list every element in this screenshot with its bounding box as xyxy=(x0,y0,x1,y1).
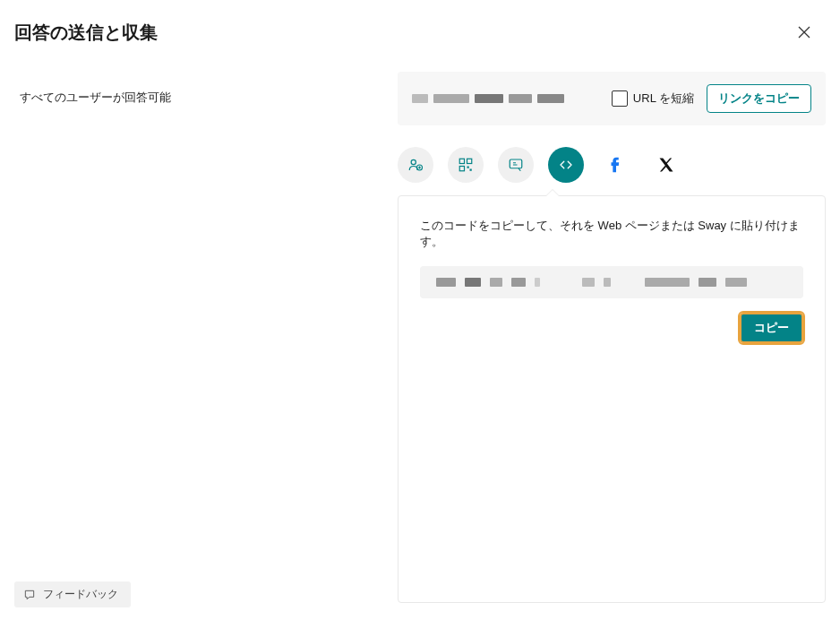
facebook-icon xyxy=(606,155,626,175)
embed-icon xyxy=(558,157,574,173)
share-present-button[interactable] xyxy=(498,147,534,183)
svg-rect-5 xyxy=(467,167,469,168)
svg-rect-2 xyxy=(459,159,464,163)
url-value-redacted[interactable] xyxy=(412,92,599,105)
share-facebook-button[interactable] xyxy=(598,147,634,183)
embed-panel: このコードをコピーして、それを Web ページまたは Sway に貼り付けます。… xyxy=(398,195,826,603)
url-bar: URL を短縮 リンクをコピー xyxy=(398,72,826,125)
share-embed-button[interactable] xyxy=(548,147,584,183)
feedback-button[interactable]: フィードバック xyxy=(14,581,131,607)
svg-rect-6 xyxy=(470,169,472,171)
shorten-url-toggle[interactable]: URL を短縮 xyxy=(612,90,694,107)
share-methods xyxy=(398,147,826,183)
svg-rect-4 xyxy=(459,167,464,171)
shorten-url-label: URL を短縮 xyxy=(633,90,694,107)
x-twitter-icon xyxy=(657,156,675,174)
qr-icon xyxy=(458,157,474,173)
share-qr-button[interactable] xyxy=(448,147,484,183)
embed-code-redacted[interactable] xyxy=(420,266,803,298)
share-invite-button[interactable] xyxy=(398,147,433,183)
dialog-title: 回答の送信と収集 xyxy=(14,21,158,45)
svg-point-0 xyxy=(411,159,416,164)
close-icon xyxy=(798,26,810,39)
svg-rect-3 xyxy=(467,159,472,163)
close-button[interactable] xyxy=(790,18,819,47)
share-x-button[interactable] xyxy=(648,147,684,183)
embed-description: このコードをコピーして、それを Web ページまたは Sway に貼り付けます。 xyxy=(420,218,803,250)
copy-link-button[interactable]: リンクをコピー xyxy=(707,84,811,113)
permission-text: すべてのユーザーが回答可能 xyxy=(20,90,171,106)
present-icon xyxy=(508,157,524,173)
feedback-label: フィードバック xyxy=(43,587,118,602)
copy-embed-button[interactable]: コピー xyxy=(740,313,803,343)
svg-rect-7 xyxy=(510,159,522,168)
checkbox-icon xyxy=(612,90,628,107)
chat-icon xyxy=(23,589,36,601)
invite-icon xyxy=(407,157,424,173)
